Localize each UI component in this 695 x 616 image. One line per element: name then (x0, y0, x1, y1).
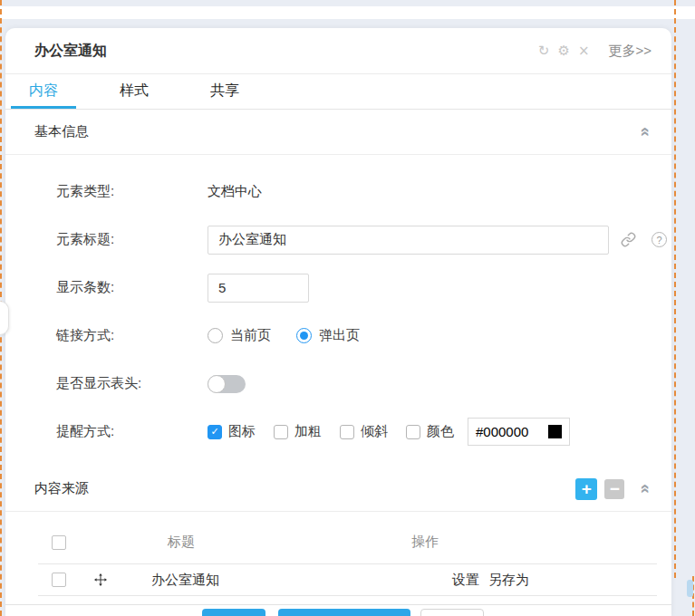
section-basic-title: 基本信息 (34, 123, 89, 140)
dialog-title: 办公室通知 (34, 42, 107, 61)
link-icon[interactable] (621, 232, 636, 247)
settings-dialog: 办公室通知 ↻ ⚙ × 更多>> 内容 样式 共享 基本信息 « 元素类型: 文… (5, 28, 671, 616)
element-type-value: 文档中心 (208, 183, 262, 200)
element-type-label: 元素类型: (56, 183, 208, 200)
table-row: 办公室通知 设置 另存为 (38, 564, 657, 596)
checkbox-box (406, 425, 420, 439)
tab-share[interactable]: 共享 (192, 74, 257, 109)
checkbox-bold-option[interactable]: 加粗 (274, 423, 322, 440)
display-count-input[interactable] (208, 274, 309, 303)
radio-current-page[interactable]: 当前页 (208, 327, 271, 344)
add-source-button[interactable]: + (575, 478, 597, 500)
row-display-count: 显示条数: (56, 264, 671, 312)
dialog-titlebar: 办公室通知 ↻ ⚙ × 更多>> (5, 28, 671, 74)
color-value: #000000 (476, 424, 528, 439)
refresh-icon[interactable]: ↻ (538, 44, 550, 58)
collapse-icon[interactable]: « (638, 484, 655, 494)
checkbox-box (274, 425, 288, 439)
tab-style[interactable]: 样式 (101, 74, 167, 109)
row-element-type: 元素类型: 文档中心 (56, 168, 671, 216)
gear-icon[interactable]: ⚙ (557, 44, 569, 58)
radio-circle (296, 328, 312, 343)
radio-circle (208, 328, 223, 343)
checkbox-color-option[interactable]: 颜色 (406, 423, 454, 440)
row-remind-mode: 提醒方式: ✓ 图标 加粗 倾斜 颜色 (56, 408, 671, 456)
checkbox-italic-option[interactable]: 倾斜 (340, 423, 388, 440)
more-link[interactable]: 更多>> (608, 43, 652, 60)
dialog-actions: ↻ ⚙ × 更多>> (538, 43, 652, 60)
checkbox-color-label: 颜色 (427, 423, 454, 440)
move-icon[interactable] (93, 573, 108, 587)
basic-info-form: 元素类型: 文档中心 元素标题: ? 显示条数: 链接方式: (5, 155, 671, 456)
footer-primary-button[interactable] (202, 609, 265, 616)
color-picker-field[interactable]: #000000 (468, 418, 570, 446)
radio-popup-page[interactable]: 弹出页 (296, 327, 360, 344)
show-header-label: 是否显示表头: (56, 375, 208, 392)
row-checkbox[interactable] (52, 573, 66, 587)
footer-secondary-button[interactable] (278, 609, 410, 616)
footer-cancel-button[interactable] (420, 609, 484, 616)
section-content-source: 内容来源 + − « (5, 467, 671, 512)
row-title: 办公室通知 (151, 572, 271, 589)
checkbox-bold-label: 加粗 (294, 423, 322, 440)
radio-current-page-label: 当前页 (230, 327, 271, 344)
link-mode-label: 链接方式: (56, 327, 208, 344)
section-basic-info: 基本信息 « (5, 110, 671, 155)
element-title-input[interactable] (208, 226, 609, 255)
close-icon[interactable]: × (578, 44, 590, 58)
row-element-title: 元素标题: ? (56, 216, 671, 264)
checkbox-box: ✓ (208, 425, 222, 439)
column-action: 操作 (411, 534, 439, 551)
side-drawer-handle[interactable] (0, 301, 9, 335)
edit-guide-right (674, 0, 676, 578)
save-as-action[interactable]: 另存为 (488, 572, 529, 589)
tab-content[interactable]: 内容 (11, 74, 76, 109)
row-link-mode: 链接方式: 当前页 弹出页 (56, 312, 671, 360)
checkbox-icon-label: 图标 (228, 423, 256, 440)
checkbox-box (340, 425, 354, 439)
checkbox-italic-label: 倾斜 (361, 423, 388, 440)
settings-action[interactable]: 设置 (452, 572, 479, 589)
remind-mode-label: 提醒方式: (56, 423, 208, 440)
column-title: 标题 (168, 534, 195, 551)
source-table-header: 标题 操作 (38, 521, 657, 564)
select-all-checkbox[interactable] (52, 535, 66, 550)
remove-source-button[interactable]: − (604, 479, 624, 499)
collapse-icon[interactable]: « (638, 127, 655, 137)
color-swatch (548, 425, 562, 438)
section-source-title: 内容来源 (34, 480, 89, 497)
checkbox-icon-option[interactable]: ✓ 图标 (208, 423, 256, 440)
radio-popup-page-label: 弹出页 (319, 327, 360, 344)
scrollbar-thumb[interactable] (687, 580, 693, 597)
toggle-knob (208, 375, 226, 393)
help-icon[interactable]: ? (652, 232, 667, 247)
row-actions: 设置 另存为 (452, 572, 529, 589)
tab-bar: 内容 样式 共享 (5, 74, 671, 110)
display-count-label: 显示条数: (56, 279, 208, 296)
page-background-strip (0, 6, 695, 19)
row-show-header: 是否显示表头: (56, 360, 671, 408)
element-title-label: 元素标题: (56, 231, 208, 248)
footer-divider (5, 604, 671, 605)
show-header-toggle[interactable] (208, 375, 246, 393)
